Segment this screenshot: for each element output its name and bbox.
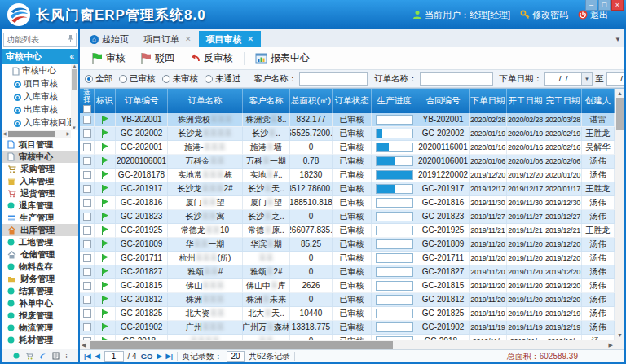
报表中心-button[interactable]: 报表中心	[249, 49, 316, 68]
column-header-creator[interactable]: 创建人	[582, 89, 615, 113]
horizontal-scroll-thumb[interactable]	[90, 341, 393, 349]
tab-项目审核[interactable]: 项目审核✕	[199, 31, 262, 47]
sidebar-item-报废管理[interactable]: 报废管理	[2, 309, 78, 322]
column-header-d3[interactable]: 完工日期	[544, 89, 582, 113]
go-button[interactable]: GO	[141, 352, 153, 361]
row-checkbox[interactable]	[83, 309, 91, 318]
select-all-checkbox[interactable]	[83, 105, 91, 113]
tab-close-icon[interactable]: ✕	[248, 35, 254, 43]
sidebar-item-出库管理[interactable]: 出库管理	[2, 224, 78, 236]
first-page-button[interactable]: |◀	[84, 353, 90, 360]
sidebar-item-仓储管理[interactable]: 仓储管理	[2, 248, 78, 261]
row-checkbox[interactable]	[83, 157, 91, 165]
tree-horizontal-scrollbar[interactable]: ◀▶	[2, 130, 71, 138]
change-password-button[interactable]: 修改密码	[520, 9, 568, 21]
column-header-cust[interactable]: 客户名称	[243, 89, 290, 113]
prev-page-button[interactable]: ◀	[95, 353, 99, 360]
row-checkbox[interactable]	[83, 240, 91, 248]
row-checkbox[interactable]	[83, 254, 91, 262]
footer-cart-icon[interactable]	[25, 353, 33, 360]
column-header-contract[interactable]: 合同编号	[417, 89, 470, 113]
page-number-input[interactable]	[104, 351, 124, 362]
table-row[interactable]: GC-201815佛山某某某佛山中某库2626已审核GC-2018152019/…	[80, 279, 615, 293]
footer-more-icon[interactable]: ⁞	[65, 352, 67, 360]
sidebar-item-结算管理[interactable]: 结算管理	[2, 285, 78, 297]
radio-已审核[interactable]: 已审核	[119, 73, 156, 85]
row-checkbox[interactable]	[83, 282, 91, 290]
footer-book-icon[interactable]	[52, 352, 60, 360]
sidebar-item-物料盘存[interactable]: 物料盘存	[2, 261, 78, 273]
column-header-status[interactable]: 订单状态	[333, 89, 372, 113]
tab-项目订单[interactable]: 项目订单✕	[136, 31, 199, 47]
table-row[interactable]: GC-201917长沙龙某某某2#长沙某天..8512.78600..已审核GC…	[80, 182, 615, 196]
table-row[interactable]: GC-201812株洲某某某株洲某未来0已审核GC-2018122019/11/…	[80, 293, 615, 307]
sidebar-item-审核中心[interactable]: 审核中心	[2, 151, 78, 163]
table-row[interactable]: GC-201823长沙某某寓长沙某之..0已审核GC-2018232019/11…	[80, 210, 615, 224]
tab-overflow-icon[interactable]: ▼	[615, 36, 621, 43]
scroll-up-arrow[interactable]: ▲	[617, 89, 623, 98]
tree-item-2[interactable]: 入库审核	[3, 90, 70, 103]
row-checkbox[interactable]	[83, 268, 91, 276]
table-row[interactable]: GC-201711杭州某某某(所)某某0已审核GC-2017112019/11/…	[80, 252, 615, 265]
table-row[interactable]: GC-201816厦门某某望厦门某望188510.818已审核GC-201816…	[80, 196, 615, 210]
radio-全部[interactable]: 全部	[85, 73, 112, 85]
minimize-button[interactable]: –	[585, 0, 597, 11]
sidebar-item-工地管理[interactable]: 工地管理	[2, 236, 78, 248]
row-checkbox[interactable]	[83, 226, 91, 235]
table-row[interactable]: 20200106001万科金某某万科某一期0.78已审核202001060012…	[80, 155, 615, 169]
column-header-sel[interactable]: 选择	[80, 89, 95, 113]
sidebar-item-补单中心[interactable]: 补单中心	[2, 297, 78, 309]
table-row[interactable]: GC-201827雅颂某某#雅颂某2#0已审核GC-2018272019/11/…	[80, 265, 615, 279]
tab-close-icon[interactable]: ✕	[185, 35, 192, 43]
sidebar-item-项目管理[interactable]: 项目管理	[2, 138, 78, 151]
footer-swoosh-icon[interactable]	[39, 353, 46, 360]
sidebar-item-物流管理[interactable]: 物流管理	[2, 322, 78, 334]
order-date-from-input[interactable]	[544, 72, 582, 86]
radio-未审核[interactable]: 未审核	[162, 73, 199, 85]
table-row[interactable]: GC-201925常德龙某某10常德某原..266077.835..已审核GC-…	[80, 224, 615, 238]
sidebar-item-生产管理[interactable]: 生产管理	[2, 212, 78, 224]
tab-起始页[interactable]: ⌂起始页	[82, 31, 136, 47]
grid-vertical-scrollbar[interactable]: ▲ ▼	[615, 89, 624, 340]
sidebar-item-财务管理[interactable]: 财务管理	[2, 273, 78, 285]
function-list-search-input[interactable]	[3, 33, 77, 47]
tree-item-1[interactable]: 项目审核	[3, 77, 70, 90]
审核-button[interactable]: 审核	[85, 49, 132, 68]
row-checkbox[interactable]	[83, 199, 91, 207]
order-date-to-input[interactable]	[606, 72, 625, 86]
table-row[interactable]: GC-201902广州某某某广州万某森林13318.775已审核GC-20190…	[80, 321, 615, 335]
column-header-no[interactable]: 订单编号	[116, 89, 168, 113]
column-header-name[interactable]: 订单名称	[168, 89, 243, 113]
sidebar-item-采购管理[interactable]: 采购管理	[2, 163, 78, 175]
反审核-button[interactable]: 反审核	[183, 49, 240, 68]
tree-item-3[interactable]: 出库审核	[3, 103, 70, 116]
vertical-scroll-thumb[interactable]	[616, 98, 624, 130]
row-checkbox[interactable]	[83, 116, 91, 124]
row-checkbox[interactable]	[83, 296, 91, 304]
驳回-button[interactable]: 驳回	[134, 49, 181, 68]
radio-未通过[interactable]: 未通过	[205, 73, 241, 85]
row-checkbox[interactable]	[83, 323, 91, 331]
close-button[interactable]: ×	[611, 0, 624, 11]
row-checkbox[interactable]	[83, 143, 91, 151]
grid-horizontal-scrollbar[interactable]: ◀ ▶	[80, 340, 615, 349]
column-header-flag[interactable]: 标识	[95, 89, 116, 113]
footer-dot-icon[interactable]	[13, 353, 20, 359]
row-checkbox[interactable]	[83, 185, 91, 193]
customer-name-input[interactable]	[299, 72, 368, 86]
row-checkbox[interactable]	[83, 129, 91, 138]
maximize-button[interactable]: □	[598, 0, 611, 11]
tree-vertical-scrollbar[interactable]: ▲▼	[71, 64, 78, 130]
sidebar-item-耗材管理[interactable]: 耗材管理	[2, 334, 78, 346]
table-row[interactable]: GC-202002长沙龙某某某某长沙某..65525.7200..已审核GC-2…	[80, 127, 615, 141]
tree-root-item[interactable]: — 审核中心	[3, 64, 70, 77]
order-name-input[interactable]	[420, 72, 493, 86]
column-header-area[interactable]: 总面积(㎡)	[290, 89, 333, 113]
column-header-d1[interactable]: 下单日期	[470, 89, 507, 113]
table-row[interactable]: YB-202001株洲党校某某某株洲党某8..832.177已审核YB-2020…	[80, 113, 615, 127]
page-size-input[interactable]	[227, 351, 245, 362]
panel-collapse-button[interactable]: «	[69, 52, 74, 61]
order-date-from-dropdown[interactable]: ▼	[582, 72, 593, 86]
table-row[interactable]: GC-201809华某某一期华滨某期85.25已审核GC-2018092019/…	[80, 238, 615, 252]
tree-item-4[interactable]: 入库审核回退	[3, 116, 70, 129]
